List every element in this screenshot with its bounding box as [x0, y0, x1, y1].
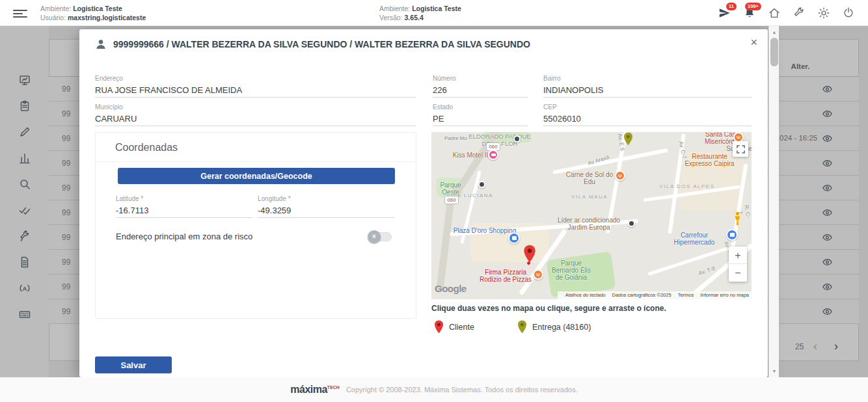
maxima-tech-logo: máximaTECH — [290, 384, 340, 395]
map-hint-text: Clique duas vezes no mapa ou clique, seg… — [431, 304, 666, 313]
transit-stop-marker[interactable] — [628, 220, 635, 227]
map-label: Carne de Sol do Edu — [562, 171, 617, 185]
attribution-atalhos[interactable]: Atalhos do teclado — [565, 292, 606, 298]
send-icon[interactable]: 11 — [717, 5, 733, 21]
map-label: Kiss Motel II — [448, 152, 493, 159]
restaurant-poi-icon[interactable]: Ψ — [533, 269, 543, 280]
zoom-in-button[interactable]: + — [729, 247, 747, 264]
ambiente-value: Logistica Teste — [73, 5, 122, 12]
versao-label: Versão: — [379, 14, 403, 21]
home-icon[interactable] — [766, 5, 782, 21]
attribution-termos[interactable]: Termos — [678, 292, 694, 298]
municipio-label: Município — [95, 103, 416, 111]
shopping-poi-icon[interactable] — [508, 232, 520, 244]
fullscreen-button[interactable] — [733, 141, 748, 157]
geocode-button[interactable]: Gerar coordenadas/Geocode — [118, 168, 395, 184]
latitude-input[interactable] — [116, 204, 252, 218]
supermarket-poi-icon[interactable] — [726, 229, 738, 241]
google-map[interactable]: Padre Mo ELDORADO PARQUE DE LA FLOR Sant… — [431, 132, 752, 299]
modal-title-row: 9999999666 / WALTER BEZERRA DA SILVA SEG… — [95, 38, 530, 50]
customer-address-modal: 9999999666 / WALTER BEZERRA DA SILVA SEG… — [79, 29, 768, 377]
field-endereco: Endereço — [95, 75, 416, 98]
motel-poi-icon[interactable] — [488, 150, 498, 160]
toggle-knob: × — [368, 230, 381, 243]
legend-entrega-label: Entrega (48160) — [532, 323, 591, 332]
scroll-down-icon[interactable]: ▼ — [769, 366, 780, 376]
environment-info: Ambiente: Logistica Teste Usuário: maxst… — [40, 4, 146, 22]
map-label: Plaza D'oro Shopping — [452, 227, 517, 234]
risk-zone-toggle-label: Endereço principal em zona de risco — [116, 232, 252, 241]
field-bairro: Bairro — [543, 75, 752, 98]
send-badge: 11 — [726, 3, 737, 10]
save-button[interactable]: Salvar — [95, 356, 172, 373]
scrollbar-thumb[interactable] — [770, 38, 778, 66]
usuario-label: Usuário: — [40, 14, 66, 21]
delivery-pin-icon — [517, 320, 527, 334]
endereco-input[interactable] — [95, 83, 416, 98]
longitude-input[interactable] — [258, 204, 394, 218]
divider — [96, 161, 416, 162]
risk-zone-toggle[interactable]: × — [368, 232, 392, 241]
scroll-up-icon[interactable]: ▲ — [769, 27, 780, 37]
coordinates-title: Coordenadas — [115, 142, 178, 154]
ambiente-label: Ambiente: — [40, 5, 71, 12]
logo-text: máxima — [290, 384, 327, 395]
cart-glyph — [730, 233, 735, 237]
app-screen: Ambiente: Logistica Teste Usuário: maxst… — [0, 0, 868, 402]
zoom-out-button[interactable]: − — [729, 264, 747, 282]
wrench-icon[interactable] — [791, 5, 807, 21]
bed-glyph — [491, 154, 496, 156]
bairro-label: Bairro — [543, 75, 752, 82]
versao-value: 3.65.4 — [405, 14, 424, 21]
field-estado: Estado — [433, 103, 528, 126]
transit-stop-marker[interactable] — [513, 135, 521, 142]
legend-entrega: Entrega (48160) — [517, 320, 591, 334]
map-attribution: Atalhos do teclado Dados cartográficos ©… — [558, 291, 752, 299]
toggle-off-icon: × — [372, 233, 376, 240]
attribution-erro[interactable]: Informar erro no mapa — [700, 292, 749, 298]
municipio-input[interactable] — [95, 112, 416, 126]
field-latitude: Latitude * — [116, 195, 252, 218]
zoom-control: + − — [729, 247, 747, 282]
map-label: Firma Pizzaria Rodízio de Pizzas — [476, 269, 535, 283]
field-numero: Número — [433, 75, 528, 98]
notifications-bell-icon[interactable]: 100+ — [742, 5, 757, 21]
header-actions: 11 100+ — [717, 0, 856, 26]
google-logo[interactable]: Google — [435, 283, 467, 294]
coordinates-card: Coordenadas Gerar coordenadas/Geocode La… — [95, 132, 416, 319]
settings-gear-icon[interactable] — [816, 5, 832, 21]
longitude-label: Longitude * — [258, 195, 394, 202]
bag-glyph — [512, 236, 517, 240]
attribution-dados[interactable]: Dados cartográficos ©2025 — [612, 292, 671, 298]
close-icon[interactable]: × — [750, 36, 757, 49]
latitude-label: Latitude * — [116, 195, 252, 202]
page-footer: máximaTECH Copyright © 2008-2023. Máxima… — [0, 377, 868, 402]
top-header: Ambiente: Logistica Teste Usuário: maxst… — [0, 0, 868, 26]
endereco-label: Endereço — [95, 75, 416, 82]
bairro-input[interactable] — [543, 83, 752, 98]
numero-input[interactable] — [433, 83, 528, 98]
map-label: Carrefour Hipermercado — [663, 232, 726, 246]
map-road — [436, 197, 455, 291]
logout-icon[interactable] — [841, 5, 856, 21]
map-label: Restaurante Expresso Caipira — [682, 153, 737, 167]
restaurant-poi-icon[interactable]: Ψ — [615, 170, 625, 181]
vertical-scrollbar[interactable]: ▲ ▼ — [768, 26, 779, 377]
usuario-value: maxstring.logisticateste — [68, 14, 146, 21]
fullscreen-icon — [737, 145, 745, 154]
street-view-pegman[interactable] — [733, 211, 742, 228]
map-label: VILA MAUA — [563, 193, 616, 200]
delivery-pin-marker[interactable] — [623, 132, 633, 148]
estado-input[interactable] — [433, 112, 528, 126]
legend-cliente-label: Cliente — [449, 323, 474, 332]
transit-stop-marker[interactable] — [478, 181, 485, 188]
field-cep: CEP — [543, 103, 752, 126]
cep-input[interactable] — [543, 112, 752, 126]
google-logo-text: Google — [435, 283, 467, 294]
center-ambiente-value: Logistica Teste — [412, 5, 461, 12]
client-pin-marker[interactable] — [523, 245, 536, 265]
map-label: VILA DOS ALPES — [658, 183, 716, 190]
menu-hamburger-icon[interactable] — [13, 8, 27, 18]
logo-sub-text: TECH — [327, 385, 340, 390]
estado-label: Estado — [433, 103, 528, 111]
